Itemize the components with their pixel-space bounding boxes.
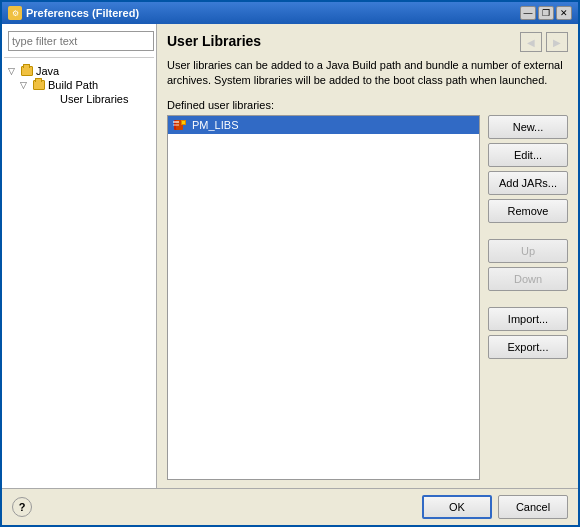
tree-label-userlibraries: User Libraries — [60, 93, 128, 105]
up-button[interactable]: Up — [488, 239, 568, 263]
tree-label-buildpath: Build Path — [48, 79, 98, 91]
buildpath-folder-icon — [32, 79, 46, 91]
nav-forward-button[interactable]: ▶ — [546, 32, 568, 52]
left-panel: ⚙ ▽ Java ▽ Build Path — [2, 24, 157, 488]
close-button[interactable]: ✕ — [556, 6, 572, 20]
window-title: Preferences (Filtered) — [26, 7, 139, 19]
library-item-pm-libs[interactable]: PM_LIBS — [168, 116, 479, 134]
spacer-2 — [488, 295, 568, 303]
libraries-list[interactable]: PM_LIBS — [167, 115, 480, 480]
svg-rect-5 — [182, 121, 185, 124]
expand-java: ▽ — [8, 66, 20, 76]
tree-area: ▽ Java ▽ Build Path — [4, 62, 154, 484]
description-text: User libraries can be added to a Java Bu… — [167, 58, 568, 89]
restore-button[interactable]: ❐ — [538, 6, 554, 20]
right-panel: User Libraries ◀ ▶ User libraries can be… — [157, 24, 578, 488]
content-row: PM_LIBS New... Edit... Add JARs... Remov… — [167, 115, 568, 480]
down-button[interactable]: Down — [488, 267, 568, 291]
main-area: ⚙ ▽ Java ▽ Build Path — [2, 24, 578, 488]
bottom-right-buttons: OK Cancel — [422, 495, 568, 519]
expand-buildpath: ▽ — [20, 80, 32, 90]
add-jars-button[interactable]: Add JARs... — [488, 171, 568, 195]
library-name-pm-libs: PM_LIBS — [192, 119, 238, 131]
cancel-button[interactable]: Cancel — [498, 495, 568, 519]
nav-back-button[interactable]: ◀ — [520, 32, 542, 52]
panel-title: User Libraries — [167, 33, 261, 49]
ok-button[interactable]: OK — [422, 495, 492, 519]
preferences-window: ⚙ Preferences (Filtered) — ❐ ✕ ⚙ ▽ — [0, 0, 580, 527]
tree-item-java[interactable]: ▽ Java — [8, 64, 150, 78]
action-buttons-column: New... Edit... Add JARs... Remove Up Dow… — [488, 115, 568, 480]
nav-bar: ◀ ▶ — [520, 32, 568, 52]
tree-item-userlibraries[interactable]: User Libraries — [32, 92, 150, 106]
title-buttons: — ❐ ✕ — [520, 6, 572, 20]
help-button[interactable]: ? — [12, 497, 32, 517]
import-button[interactable]: Import... — [488, 307, 568, 331]
list-label: Defined user libraries: — [167, 99, 568, 111]
bottom-bar: ? OK Cancel — [2, 488, 578, 525]
tree-label-java: Java — [36, 65, 59, 77]
filter-input[interactable] — [8, 31, 154, 51]
title-bar: ⚙ Preferences (Filtered) — ❐ ✕ — [2, 2, 578, 24]
svg-rect-2 — [173, 121, 179, 123]
edit-button[interactable]: Edit... — [488, 143, 568, 167]
userlibraries-icon — [44, 93, 58, 105]
remove-button[interactable]: Remove — [488, 199, 568, 223]
title-bar-left: ⚙ Preferences (Filtered) — [8, 6, 139, 20]
svg-rect-3 — [173, 124, 179, 126]
new-button[interactable]: New... — [488, 115, 568, 139]
tree-item-buildpath[interactable]: ▽ Build Path — [20, 78, 150, 92]
spacer-1 — [488, 227, 568, 235]
java-folder-icon — [20, 65, 34, 77]
java-icon-svg — [173, 118, 187, 132]
minimize-button[interactable]: — — [520, 6, 536, 20]
window-icon: ⚙ — [8, 6, 22, 20]
library-icon-pm-libs — [172, 118, 188, 132]
filter-row: ⚙ — [4, 28, 154, 58]
export-button[interactable]: Export... — [488, 335, 568, 359]
